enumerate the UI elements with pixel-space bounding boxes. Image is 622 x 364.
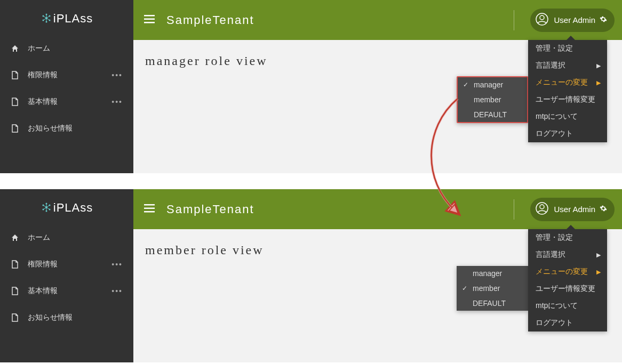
svg-rect-15 — [144, 22, 155, 23]
dropdown-item-menu-change[interactable]: メニューの変更▶ — [528, 74, 607, 91]
sidebar-item-permission[interactable]: 権限情報 ••• — [0, 251, 133, 278]
svg-line-12 — [43, 16, 46, 18]
dropdown-item-logout[interactable]: ログアウト — [528, 314, 607, 331]
svg-rect-14 — [144, 18, 155, 20]
role-item-default[interactable]: DEFAULT — [458, 107, 527, 122]
header: SampleTenant User Admin — [133, 189, 622, 229]
dropdown-item-logout[interactable]: ログアウト — [528, 125, 607, 142]
user-icon — [536, 202, 548, 217]
svg-line-29 — [43, 207, 46, 209]
hamburger-icon[interactable] — [144, 204, 155, 215]
svg-rect-33 — [144, 211, 155, 213]
divider — [514, 10, 514, 30]
user-icon — [536, 13, 548, 28]
sidebar-item-label: 権限情報 — [28, 260, 58, 269]
logo: iPLAss — [0, 0, 133, 35]
user-area: User Admin — [514, 198, 615, 221]
svg-line-9 — [46, 18, 50, 20]
logo-text: iPLAss — [53, 201, 93, 214]
logo-text: iPLAss — [53, 12, 93, 25]
user-dropdown: 管理・設定 言語選択▶ メニューの変更▶ ユーザー情報変更 mtpについて ログ… — [528, 40, 607, 142]
sidebar-item-home[interactable]: ホーム — [0, 224, 133, 251]
svg-point-35 — [540, 205, 544, 209]
chevron-right-icon: ▶ — [596, 62, 601, 69]
document-icon — [10, 71, 20, 79]
sidebar-item-notice[interactable]: お知らせ情報 — [0, 115, 133, 142]
document-icon — [10, 124, 20, 133]
dropdown-item-about[interactable]: mtpについて — [528, 297, 607, 314]
svg-rect-31 — [144, 204, 155, 206]
dropdown-item-admin[interactable]: 管理・設定 — [528, 229, 607, 246]
dropdown-item-language[interactable]: 言語選択▶ — [528, 57, 607, 74]
svg-line-8 — [46, 16, 50, 18]
logo: iPLAss — [0, 189, 133, 224]
dropdown-item-admin[interactable]: 管理・設定 — [528, 40, 607, 57]
sidebar: iPLAss ホーム 権限情報 ••• 基本情報 ••• お知らせ情報 — [0, 189, 133, 362]
svg-rect-32 — [144, 207, 155, 209]
check-icon: ✓ — [463, 81, 468, 88]
panel-manager: iPLAss ホーム 権限情報 ••• 基本情報 ••• お知らせ情報 Samp… — [0, 0, 622, 173]
user-menu-button[interactable]: User Admin — [530, 9, 615, 32]
gear-icon — [600, 205, 607, 214]
more-icon[interactable]: ••• — [111, 71, 123, 79]
user-name: User Admin — [554, 15, 595, 25]
role-item-manager[interactable]: ✓manager — [458, 77, 527, 92]
role-item-default[interactable]: DEFAULT — [457, 296, 528, 311]
user-menu-button[interactable]: User Admin — [530, 198, 615, 221]
svg-point-17 — [540, 15, 544, 20]
sidebar-item-home[interactable]: ホーム — [0, 35, 133, 62]
sidebar-item-basic[interactable]: 基本情報 ••• — [0, 88, 133, 115]
tenant-title: SampleTenant — [166, 203, 254, 216]
more-icon[interactable]: ••• — [111, 98, 123, 106]
sidebar-item-label: 権限情報 — [28, 70, 58, 80]
sidebar-item-label: お知らせ情報 — [28, 313, 73, 322]
logo-icon — [41, 12, 52, 24]
dropdown-item-language[interactable]: 言語選択▶ — [528, 246, 607, 263]
svg-line-26 — [46, 205, 50, 207]
dropdown-item-about[interactable]: mtpについて — [528, 108, 607, 125]
more-icon[interactable]: ••• — [111, 260, 123, 269]
sidebar-item-basic[interactable]: 基本情報 ••• — [0, 278, 133, 304]
document-icon — [10, 260, 20, 269]
role-item-member[interactable]: member — [458, 92, 527, 107]
sidebar-item-label: お知らせ情報 — [28, 124, 73, 133]
home-icon — [10, 44, 20, 53]
sidebar-item-notice[interactable]: お知らせ情報 — [0, 304, 133, 331]
user-area: User Admin — [514, 9, 615, 32]
logo-icon — [41, 201, 52, 213]
chevron-right-icon: ▶ — [596, 79, 601, 86]
document-icon — [10, 287, 20, 295]
tenant-title: SampleTenant — [166, 13, 254, 27]
check-icon: ✓ — [462, 285, 467, 292]
home-icon — [10, 233, 20, 242]
role-item-manager[interactable]: manager — [457, 266, 528, 281]
dropdown-item-user-info[interactable]: ユーザー情報変更 — [528, 280, 607, 297]
role-submenu: ✓manager member DEFAULT — [457, 76, 528, 123]
svg-rect-13 — [144, 15, 155, 17]
hamburger-icon[interactable] — [144, 15, 155, 26]
sidebar-item-label: 基本情報 — [28, 286, 58, 296]
main-area: SampleTenant User Admin manager role vie… — [133, 0, 622, 173]
user-name: User Admin — [554, 205, 595, 214]
dropdown-item-user-info[interactable]: ユーザー情報変更 — [528, 91, 607, 108]
chevron-right-icon: ▶ — [596, 269, 601, 276]
sidebar: iPLAss ホーム 権限情報 ••• 基本情報 ••• お知らせ情報 — [0, 0, 133, 173]
role-submenu: manager ✓member DEFAULT — [457, 266, 528, 311]
chevron-right-icon: ▶ — [596, 252, 601, 258]
divider — [514, 199, 514, 220]
sidebar-item-label: ホーム — [28, 44, 50, 53]
more-icon[interactable]: ••• — [111, 287, 123, 295]
sidebar-item-label: 基本情報 — [28, 97, 58, 107]
header: SampleTenant User Admin — [133, 0, 622, 40]
sidebar-item-permission[interactable]: 権限情報 ••• — [0, 62, 133, 88]
document-icon — [10, 313, 20, 322]
panel-member: iPLAss ホーム 権限情報 ••• 基本情報 ••• お知らせ情報 Samp… — [0, 189, 622, 362]
document-icon — [10, 98, 20, 106]
dropdown-item-menu-change[interactable]: メニューの変更▶ — [528, 263, 607, 280]
svg-line-11 — [43, 18, 46, 20]
svg-line-30 — [43, 205, 46, 207]
role-item-member[interactable]: ✓member — [457, 281, 528, 296]
svg-line-27 — [46, 207, 50, 209]
user-dropdown: 管理・設定 言語選択▶ メニューの変更▶ ユーザー情報変更 mtpについて ログ… — [528, 229, 607, 331]
sidebar-item-label: ホーム — [28, 233, 50, 242]
